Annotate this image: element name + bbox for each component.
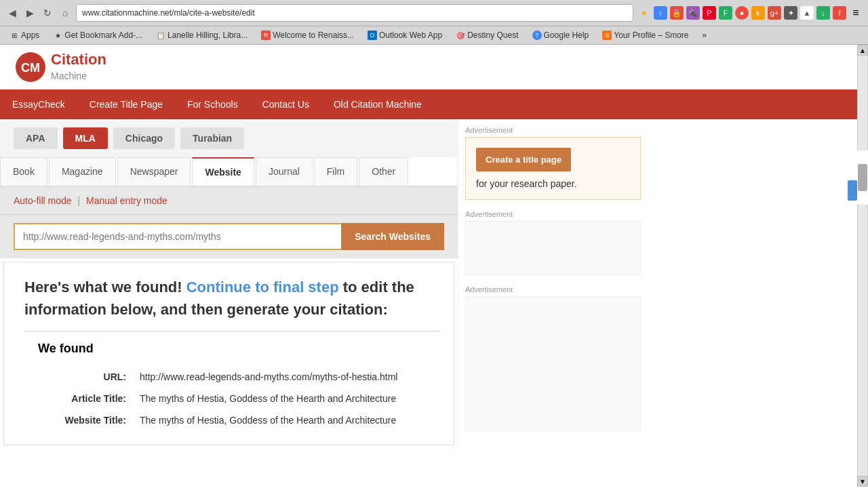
nav-old-citation[interactable]: Old Citation Machine — [321, 89, 434, 119]
google-plus-icon[interactable]: g+ — [768, 6, 781, 20]
smore-icon: S — [602, 30, 612, 40]
bookmark-apps[interactable]: ⊞ Apps — [5, 29, 43, 41]
forward-button[interactable]: ▶ — [23, 6, 37, 20]
nav-for-schools[interactable]: For Schools — [175, 89, 250, 119]
website-title-label: Website Title: — [38, 409, 133, 431]
address-url: www.citationmachine.net/mla/cite-a-websi… — [82, 8, 255, 18]
create-title-page-box: Create a title page for your research pa… — [465, 137, 641, 200]
source-tab-journal[interactable]: Journal — [256, 157, 313, 186]
bookmark-more[interactable]: » — [698, 29, 711, 41]
browser-chrome: ◀ ▶ ↻ ⌂ www.citationmachine.net/mla/cite… — [0, 0, 868, 45]
flipboard-icon[interactable]: f — [833, 6, 846, 20]
ad-label-2: Advertisement — [465, 210, 641, 218]
browser-toolbar: ◀ ▶ ↻ ⌂ www.citationmachine.net/mla/cite… — [0, 0, 868, 26]
bookmark-lanelle[interactable]: 📋 Lanelle Hilling, Libra... — [152, 29, 252, 41]
pinterest-icon[interactable]: P — [703, 6, 716, 20]
bookmarks-bar: ⊞ Apps ★ Get Bookmark Add-... 📋 Lanelle … — [0, 26, 868, 45]
drive-icon[interactable]: ▲ — [800, 6, 814, 20]
browser-icons: ★ ↑ 🔒 🔌 P F ● k g+ ✦ ▲ ↓ f ≡ — [637, 6, 863, 20]
manual-entry-mode-link[interactable]: Manual entry mode — [86, 195, 167, 206]
ad-label-1: Advertisement — [465, 126, 641, 134]
turabian-tab[interactable]: Turabian — [180, 127, 244, 149]
bookmark-welcome[interactable]: R Welcome to Renaiss... — [257, 29, 358, 41]
menu-icon[interactable]: ≡ — [849, 6, 863, 20]
source-tab-book[interactable]: Book — [0, 157, 47, 186]
nav-create-title-page[interactable]: Create Title Page — [77, 89, 175, 119]
article-title-value: The myths of Hestia, Goddess of the Hear… — [133, 388, 427, 409]
extension-icon-1[interactable]: 🔒 — [670, 6, 684, 20]
bookmark-outlook-label: Outlook Web App — [379, 30, 442, 40]
home-button[interactable]: ⌂ — [58, 6, 72, 20]
bookmark-get-bookmark-label: Get Bookmark Add-... — [64, 30, 142, 40]
entry-modes-bar: Auto-fill mode | Manual entry mode — [0, 187, 458, 215]
bookmark-star-icon: ★ — [53, 30, 62, 40]
apa-tab[interactable]: APA — [14, 127, 58, 149]
page-wrapper: ▲ ▼ CM CitationMachine EssayCheck Create… — [0, 45, 868, 488]
found-section: We found URL: http://www.read-legends-an… — [24, 342, 440, 431]
back-button[interactable]: ◀ — [5, 6, 19, 20]
nav-essaycheck[interactable]: EssayCheck — [0, 89, 77, 119]
bookmark-destiny[interactable]: 🎯 Destiny Quest — [452, 29, 522, 41]
url-label: URL: — [38, 366, 133, 388]
ad-area-2 — [465, 296, 641, 432]
address-bar[interactable]: www.citationmachine.net/mla/cite-a-websi… — [76, 4, 633, 22]
table-row-website-title: Website Title: The myths of Hestia, Godd… — [38, 409, 427, 431]
source-tab-website[interactable]: Website — [192, 157, 254, 186]
search-websites-button[interactable]: Search Websites — [341, 223, 444, 250]
scroll-position-indicator — [848, 180, 857, 201]
refresh-button[interactable]: ↻ — [41, 6, 54, 20]
scroll-thumb[interactable] — [858, 164, 867, 191]
content-area: CM CitationMachine EssayCheck Create Tit… — [0, 45, 857, 449]
results-heading-prefix: Here's what we found! — [24, 279, 182, 296]
website-title-value: The myths of Hestia, Goddess of the Hear… — [133, 409, 427, 431]
nav-contact-us[interactable]: Contact Us — [250, 89, 321, 119]
mla-tab[interactable]: MLA — [63, 127, 108, 149]
scrollbar[interactable]: ▲ ▼ — [857, 45, 868, 487]
results-area: Here's what we found! Continue to final … — [3, 262, 454, 445]
found-data-table: URL: http://www.read-legends-and-myths.c… — [38, 366, 427, 431]
bookmark-lanelle-label: Lanelle Hilling, Libra... — [167, 30, 248, 40]
found-heading: We found — [38, 342, 427, 356]
source-type-tabs: Book Magazine Newspaper Website Journal … — [0, 157, 458, 187]
source-tab-film[interactable]: Film — [314, 157, 357, 186]
more-icon: » — [703, 30, 707, 40]
table-row-url: URL: http://www.read-legends-and-myths.c… — [38, 366, 427, 388]
extension-icon-3[interactable]: F — [719, 6, 732, 20]
welcome-icon: R — [261, 30, 271, 40]
apps-icon: ⊞ — [9, 30, 19, 40]
search-area: Search Websites — [0, 215, 458, 258]
bookmark-google-help-label: Google Help — [544, 30, 589, 40]
bookmark-google-help[interactable]: ? Google Help — [528, 29, 593, 41]
title-page-box-text: for your research paper. — [476, 178, 577, 189]
bookmark-apps-label: Apps — [21, 30, 39, 40]
scroll-down-arrow[interactable]: ▼ — [857, 476, 868, 487]
scroll-up-arrow[interactable]: ▲ — [857, 45, 868, 56]
divider — [24, 331, 440, 331]
extension-icon-5[interactable]: ✦ — [784, 6, 797, 20]
destiny-icon: 🎯 — [456, 30, 465, 40]
bookmark-get-bookmark[interactable]: ★ Get Bookmark Add-... — [49, 29, 146, 41]
url-search-input[interactable] — [14, 223, 341, 250]
create-title-page-button[interactable]: Create a title page — [476, 148, 571, 171]
source-tab-newspaper[interactable]: Newspaper — [117, 157, 191, 186]
bookmark-outlook[interactable]: O Outlook Web App — [363, 29, 446, 41]
lanelle-icon: 📋 — [156, 30, 165, 40]
bookmark-smore[interactable]: S Your Profile – Smore — [598, 29, 692, 41]
extension-icon-6[interactable]: ↓ — [816, 6, 830, 20]
sync-icon[interactable]: ↑ — [654, 6, 667, 20]
continue-to-final-step-link[interactable]: Continue to final step — [186, 279, 339, 296]
ad-area-1 — [465, 221, 641, 275]
ad-label-3: Advertisement — [465, 285, 641, 293]
search-row: Search Websites — [14, 223, 444, 250]
logo-text: CitationMachine — [51, 52, 106, 82]
extension-icon-4[interactable]: ● — [735, 6, 749, 20]
table-row-article-title: Article Title: The myths of Hestia, Godd… — [38, 388, 427, 409]
source-tab-magazine[interactable]: Magazine — [49, 157, 116, 186]
auto-fill-mode-link[interactable]: Auto-fill mode — [14, 195, 72, 206]
bookmark-star-icon[interactable]: ★ — [637, 6, 651, 20]
kindle-icon[interactable]: k — [751, 6, 765, 20]
extension-icon-2[interactable]: 🔌 — [686, 6, 700, 20]
chicago-tab[interactable]: Chicago — [113, 127, 175, 149]
source-tab-other[interactable]: Other — [359, 157, 408, 186]
bookmark-destiny-label: Destiny Quest — [467, 30, 518, 40]
